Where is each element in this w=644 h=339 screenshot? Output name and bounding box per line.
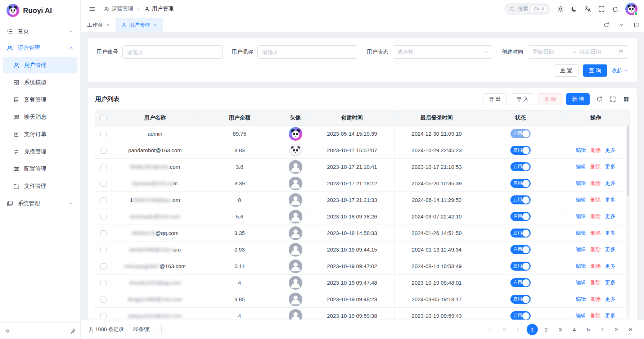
row-checkbox[interactable] (100, 280, 107, 286)
status-toggle[interactable]: 启用 (510, 245, 531, 254)
more-link[interactable]: 更多 (605, 247, 616, 252)
next-page-button[interactable] (597, 324, 608, 335)
fullscreen-icon[interactable] (609, 96, 616, 103)
collapse-sidebar-icon[interactable] (4, 328, 11, 334)
delete-link[interactable]: 删除 (590, 147, 601, 153)
translate-icon[interactable] (584, 5, 591, 13)
delete-link[interactable]: 删除 (590, 296, 601, 302)
column-settings-icon[interactable] (623, 96, 630, 103)
sidebar-item-payment-orders[interactable]: 支付订单 (3, 126, 77, 143)
pin-icon[interactable] (69, 328, 76, 334)
edit-link[interactable]: 编辑 (576, 296, 586, 302)
delete-link[interactable]: 删除 (590, 263, 601, 269)
row-checkbox[interactable] (100, 181, 107, 187)
edit-link[interactable]: 编辑 (576, 230, 586, 236)
tab-user-management[interactable]: 用户管理 (116, 18, 163, 32)
status-toggle[interactable]: 启用 (510, 311, 531, 320)
delete-link[interactable]: 删除 (590, 213, 601, 219)
fast-backward-button[interactable] (499, 324, 510, 335)
delete-link[interactable]: 删除 (590, 230, 601, 236)
page-size-select[interactable]: 20条/页 (129, 324, 161, 335)
created-date-range-picker[interactable]: 开始日期 结束日期 (528, 45, 628, 59)
more-link[interactable]: 更多 (605, 197, 616, 203)
delete-link[interactable]: 删除 (590, 247, 601, 252)
close-icon[interactable] (106, 23, 110, 27)
edit-link[interactable]: 编辑 (576, 213, 586, 219)
add-button[interactable]: 新 增 (566, 93, 590, 105)
last-page-button[interactable] (625, 324, 636, 335)
status-toggle[interactable]: 启用 (510, 162, 531, 171)
sidebar-item-user-management[interactable]: 用户管理 (3, 57, 77, 73)
page-1-button[interactable]: 1 (527, 324, 538, 335)
refresh-tab-button[interactable] (599, 18, 614, 32)
delete-link[interactable]: 删除 (590, 180, 601, 186)
sidebar-item-system-model[interactable]: 系统模型 (3, 74, 77, 91)
status-toggle[interactable]: 启用 (510, 195, 531, 204)
page-4-button[interactable]: 4 (569, 324, 580, 335)
status-toggle[interactable]: 启用 (510, 212, 531, 221)
page-5-button[interactable]: 5 (583, 324, 594, 335)
delete-link[interactable]: 删除 (590, 197, 601, 203)
edit-link[interactable]: 编辑 (576, 147, 586, 153)
more-link[interactable]: 更多 (605, 313, 616, 318)
more-link[interactable]: 更多 (605, 263, 616, 269)
more-link[interactable]: 更多 (605, 147, 616, 153)
edit-link[interactable]: 编辑 (576, 197, 586, 203)
sidebar-item-package-management[interactable]: 套餐管理 (3, 91, 77, 108)
status-select[interactable]: 请选择 (393, 45, 493, 59)
app-logo[interactable]: Ruoyi AI (0, 0, 80, 21)
global-search[interactable]: 搜索 Ctrl K (504, 3, 550, 15)
tab-workbench[interactable]: 工作台 (81, 18, 116, 32)
close-icon[interactable] (153, 23, 157, 27)
table-scrollbar[interactable] (626, 126, 630, 318)
edit-link[interactable]: 编辑 (576, 247, 586, 252)
sidebar-item-exchange-management[interactable]: 兑换管理 (3, 143, 77, 160)
nickname-input[interactable] (257, 45, 358, 59)
delete-link[interactable]: 删除 (590, 313, 601, 318)
status-toggle[interactable]: 启用 (510, 146, 531, 155)
dark-mode-moon-icon[interactable] (571, 5, 578, 13)
notification-bell-icon[interactable] (612, 5, 619, 13)
delete-link[interactable]: 删除 (590, 164, 601, 170)
status-toggle[interactable]: 启用 (510, 129, 531, 138)
sidebar-item-config-management[interactable]: 配置管理 (3, 161, 77, 177)
edit-link[interactable]: 编辑 (576, 164, 586, 170)
edit-link[interactable]: 编辑 (576, 263, 586, 269)
first-page-button[interactable] (485, 324, 496, 335)
status-toggle[interactable]: 启用 (510, 278, 531, 287)
scrollbar-thumb[interactable] (627, 126, 629, 196)
breadcrumb-current[interactable]: 用户管理 (144, 5, 174, 12)
page-3-button[interactable]: 3 (555, 324, 566, 335)
delete-link[interactable]: 删除 (590, 280, 601, 285)
row-checkbox[interactable] (100, 297, 107, 303)
status-toggle[interactable]: 启用 (510, 229, 531, 238)
more-link[interactable]: 更多 (605, 280, 616, 285)
row-checkbox[interactable] (100, 263, 107, 270)
sidebar-item-system[interactable]: 系统管理 (0, 195, 80, 212)
more-link[interactable]: 更多 (605, 180, 616, 186)
settings-gear-icon[interactable] (557, 5, 564, 13)
sidebar-item-chat-messages[interactable]: 聊天消息 (3, 109, 77, 125)
row-checkbox[interactable] (100, 164, 107, 170)
sidebar-item-home[interactable]: 首页 (0, 23, 80, 40)
page-2-button[interactable]: 2 (541, 324, 552, 335)
row-checkbox[interactable] (100, 214, 107, 220)
fullscreen-icon[interactable] (598, 5, 605, 13)
edit-link[interactable]: 编辑 (576, 280, 586, 285)
more-link[interactable]: 更多 (605, 230, 616, 236)
export-button[interactable]: 导 出 (483, 93, 506, 105)
prev-page-button[interactable] (513, 324, 524, 335)
edit-link[interactable]: 编辑 (576, 180, 586, 186)
more-link[interactable]: 更多 (605, 213, 616, 219)
more-link[interactable]: 更多 (605, 296, 616, 302)
status-toggle[interactable]: 启用 (510, 179, 531, 188)
refresh-icon[interactable] (596, 96, 603, 103)
row-checkbox[interactable] (100, 230, 107, 236)
sidebar-item-operations[interactable]: 运营管理 (0, 40, 80, 56)
row-checkbox[interactable] (100, 131, 107, 137)
edit-link[interactable]: 编辑 (576, 313, 586, 318)
collapse-filter-link[interactable]: 收起 (612, 67, 628, 74)
status-toggle[interactable]: 启用 (510, 295, 531, 304)
row-checkbox[interactable] (100, 197, 107, 203)
menu-toggle-icon[interactable] (89, 5, 96, 13)
